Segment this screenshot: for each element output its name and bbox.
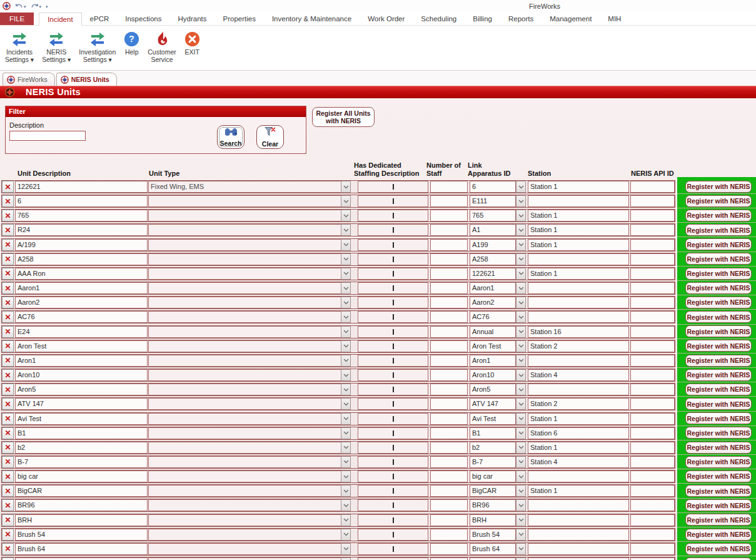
station-input[interactable] bbox=[528, 514, 629, 526]
staffing-description-cell[interactable] bbox=[358, 181, 428, 193]
unit-type-chevron-down-icon[interactable] bbox=[341, 485, 351, 497]
delete-row-button[interactable]: ✕ bbox=[2, 514, 14, 526]
link-apparatus-chevron-down-icon[interactable] bbox=[516, 297, 526, 308]
unit-type-select[interactable] bbox=[148, 253, 343, 265]
unit-type-chevron-down-icon[interactable] bbox=[341, 224, 351, 236]
number-of-staff-input[interactable] bbox=[430, 297, 468, 308]
delete-row-button[interactable]: ✕ bbox=[2, 442, 14, 454]
link-apparatus-input[interactable]: Aaron1 bbox=[470, 282, 516, 294]
link-apparatus-chevron-down-icon[interactable] bbox=[516, 268, 526, 280]
unit-description-input[interactable]: E24 bbox=[15, 326, 148, 338]
ribbon-tab-inspections[interactable]: Inspections bbox=[117, 13, 169, 25]
staffing-description-cell[interactable] bbox=[358, 210, 428, 221]
delete-row-button[interactable]: ✕ bbox=[2, 557, 14, 560]
station-input[interactable]: Station 16 bbox=[528, 326, 629, 338]
search-button[interactable]: Search bbox=[217, 125, 244, 149]
unit-type-chevron-down-icon[interactable] bbox=[341, 268, 351, 280]
link-apparatus-input[interactable]: big car bbox=[470, 471, 516, 482]
customer-service-button[interactable]: Customer Service bbox=[144, 28, 180, 67]
unit-type-select[interactable] bbox=[148, 268, 343, 280]
neris-api-id-input[interactable] bbox=[630, 471, 675, 482]
redo-button[interactable]: ▾ bbox=[31, 1, 42, 13]
register-with-neris-button[interactable]: Register with NERIS bbox=[685, 282, 752, 294]
link-apparatus-chevron-down-icon[interactable] bbox=[516, 514, 526, 526]
number-of-staff-input[interactable] bbox=[430, 413, 468, 425]
register-all-units-button[interactable]: Register All Units with NERIS bbox=[312, 107, 375, 127]
link-apparatus-chevron-down-icon[interactable] bbox=[516, 282, 526, 294]
delete-row-button[interactable]: ✕ bbox=[2, 340, 14, 352]
staffing-description-cell[interactable] bbox=[358, 355, 428, 367]
unit-type-select[interactable] bbox=[148, 195, 343, 207]
unit-type-select[interactable] bbox=[148, 398, 343, 410]
link-apparatus-chevron-down-icon[interactable] bbox=[516, 239, 526, 251]
unit-type-select[interactable] bbox=[148, 456, 343, 468]
register-with-neris-button[interactable]: Register with NERIS bbox=[685, 499, 752, 511]
staffing-description-cell[interactable] bbox=[358, 384, 428, 395]
station-input[interactable]: Station 1 bbox=[528, 268, 629, 280]
unit-type-select[interactable] bbox=[148, 282, 343, 294]
station-input[interactable]: Station 4 bbox=[528, 456, 629, 468]
link-apparatus-input[interactable]: Annual bbox=[470, 326, 516, 338]
register-with-neris-button[interactable]: Register with NERIS bbox=[685, 210, 752, 221]
neris-api-id-input[interactable] bbox=[630, 543, 675, 555]
unit-description-input[interactable]: Brush 64 bbox=[15, 543, 148, 555]
number-of-staff-input[interactable] bbox=[430, 427, 468, 439]
staffing-description-cell[interactable] bbox=[358, 297, 428, 308]
description-input[interactable] bbox=[9, 131, 86, 141]
staffing-description-cell[interactable] bbox=[358, 427, 428, 439]
neris-api-id-input[interactable] bbox=[630, 413, 675, 425]
unit-type-chevron-down-icon[interactable] bbox=[341, 311, 351, 323]
clear-button[interactable]: Clear bbox=[256, 125, 284, 149]
station-input[interactable]: Station 1 bbox=[528, 210, 629, 221]
link-apparatus-chevron-down-icon[interactable] bbox=[516, 340, 526, 352]
register-with-neris-button[interactable]: Register with NERIS bbox=[685, 514, 752, 526]
link-apparatus-chevron-down-icon[interactable] bbox=[516, 355, 526, 367]
link-apparatus-chevron-down-icon[interactable] bbox=[516, 442, 526, 454]
station-input[interactable] bbox=[528, 543, 629, 555]
number-of-staff-input[interactable] bbox=[430, 514, 468, 526]
unit-type-chevron-down-icon[interactable] bbox=[341, 210, 351, 221]
station-input[interactable] bbox=[528, 384, 629, 395]
delete-row-button[interactable]: ✕ bbox=[2, 224, 14, 236]
number-of-staff-input[interactable] bbox=[430, 529, 468, 541]
unit-description-input[interactable]: Aron5 bbox=[15, 384, 148, 395]
unit-type-select[interactable] bbox=[148, 224, 343, 236]
staffing-description-cell[interactable] bbox=[358, 442, 428, 454]
neris-settings-button[interactable]: NERIS Settings ▾ bbox=[38, 28, 74, 67]
link-apparatus-input[interactable]: AC76 bbox=[470, 311, 516, 323]
station-input[interactable] bbox=[528, 195, 629, 207]
staffing-description-cell[interactable] bbox=[358, 543, 428, 555]
unit-description-input[interactable]: 6 bbox=[15, 195, 148, 207]
unit-type-chevron-down-icon[interactable] bbox=[341, 181, 351, 193]
delete-row-button[interactable]: ✕ bbox=[2, 297, 14, 308]
neris-api-id-input[interactable] bbox=[630, 195, 675, 207]
neris-api-id-input[interactable] bbox=[630, 326, 675, 338]
neris-api-id-input[interactable] bbox=[630, 529, 675, 541]
number-of-staff-input[interactable] bbox=[430, 181, 468, 193]
register-with-neris-button[interactable]: Register with NERIS bbox=[685, 471, 752, 482]
unit-type-select[interactable] bbox=[148, 529, 343, 541]
investigation-settings-button[interactable]: Investigation Settings ▾ bbox=[75, 28, 119, 67]
register-with-neris-button[interactable]: Register with NERIS bbox=[685, 369, 752, 381]
station-input[interactable]: Station 1 bbox=[528, 413, 629, 425]
unit-type-select[interactable] bbox=[148, 499, 343, 511]
unit-type-select[interactable] bbox=[148, 340, 343, 352]
link-apparatus-input[interactable]: Brush 64 bbox=[470, 543, 516, 555]
register-with-neris-button[interactable]: Register with NERIS bbox=[685, 325, 752, 337]
link-apparatus-chevron-down-icon[interactable] bbox=[516, 326, 526, 338]
station-input[interactable] bbox=[528, 471, 629, 482]
unit-description-input[interactable]: R24 bbox=[15, 224, 148, 236]
delete-row-button[interactable]: ✕ bbox=[2, 499, 14, 511]
staffing-description-cell[interactable] bbox=[358, 557, 428, 560]
unit-type-chevron-down-icon[interactable] bbox=[341, 282, 351, 294]
link-apparatus-chevron-down-icon[interactable] bbox=[516, 398, 526, 410]
station-input[interactable] bbox=[528, 355, 629, 367]
number-of-staff-input[interactable] bbox=[430, 543, 468, 555]
staffing-description-cell[interactable] bbox=[358, 413, 428, 425]
link-apparatus-input[interactable]: BRH bbox=[470, 514, 516, 526]
ribbon-tab-hydrants[interactable]: Hydrants bbox=[169, 13, 214, 25]
number-of-staff-input[interactable] bbox=[430, 311, 468, 323]
unit-type-chevron-down-icon[interactable] bbox=[341, 398, 351, 410]
link-apparatus-input[interactable]: A258 bbox=[470, 253, 516, 265]
unit-type-chevron-down-icon[interactable] bbox=[341, 456, 351, 468]
